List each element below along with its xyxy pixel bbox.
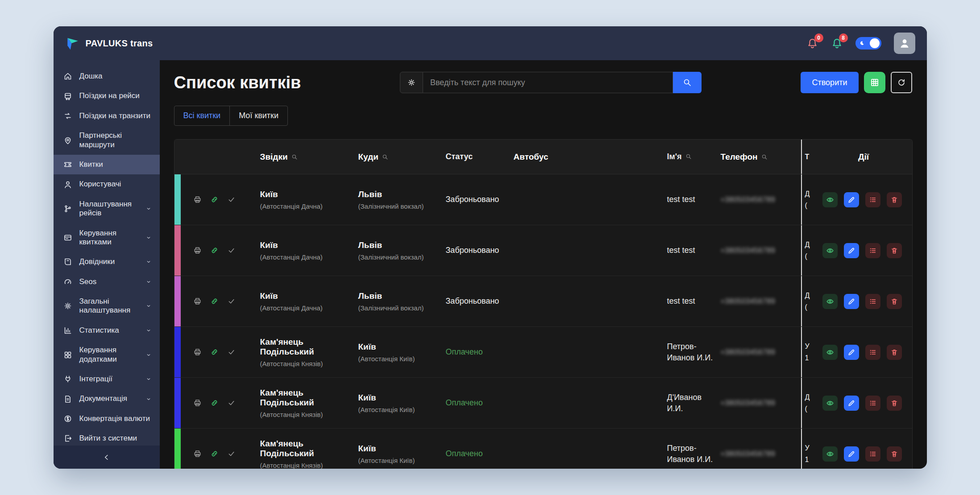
check-icon[interactable] <box>227 246 236 255</box>
column-header-name[interactable]: Ім'я <box>667 151 721 162</box>
close-button[interactable] <box>908 396 913 411</box>
edit-button[interactable] <box>844 294 859 309</box>
receipt-icon <box>869 399 877 407</box>
column-search-icon[interactable] <box>685 153 692 160</box>
check-icon[interactable] <box>227 195 236 204</box>
export-excel-button[interactable] <box>864 72 885 93</box>
search-settings-button[interactable] <box>400 72 423 93</box>
delete-button[interactable] <box>887 192 902 207</box>
edit-button[interactable] <box>844 192 859 207</box>
search-button[interactable] <box>673 72 702 93</box>
tab-all-tickets[interactable]: Всі квитки <box>174 106 230 125</box>
delete-button[interactable] <box>887 294 902 309</box>
sidebar-item-seos[interactable]: Seos <box>54 272 160 292</box>
gear-icon <box>63 301 73 310</box>
view-button[interactable] <box>822 294 838 309</box>
column-search-icon[interactable] <box>291 154 298 160</box>
link-icon[interactable] <box>210 195 219 204</box>
search-input[interactable] <box>423 72 673 93</box>
edit-button[interactable] <box>844 243 859 258</box>
sidebar-item-integrations[interactable]: Інтеграції <box>54 369 160 389</box>
view-button[interactable] <box>822 345 838 360</box>
sidebar-item-tickets[interactable]: Квитки <box>54 155 160 174</box>
receipt-button[interactable] <box>865 345 880 360</box>
check-icon[interactable] <box>227 348 236 356</box>
sidebar-item-general-settings[interactable]: Загальні налаштування <box>54 292 160 321</box>
cell-status: Оплачено <box>446 347 514 357</box>
check-icon[interactable] <box>227 450 236 458</box>
sidebar-item-route-settings[interactable]: Налаштування рейсів <box>54 194 160 223</box>
messages-button[interactable]: 8 <box>831 37 843 50</box>
close-button[interactable] <box>908 294 913 309</box>
column-header-to[interactable]: Куди <box>358 152 446 162</box>
check-icon[interactable] <box>227 297 236 305</box>
sidebar-item-directories[interactable]: Довідники <box>54 252 160 272</box>
sidebar-collapse-button[interactable] <box>54 446 160 469</box>
sidebar-item-statistics[interactable]: Статистика <box>54 321 160 340</box>
refresh-button[interactable] <box>891 72 912 93</box>
column-header-phone[interactable]: Телефон <box>721 152 801 162</box>
print-icon[interactable] <box>193 297 202 305</box>
search-bar <box>400 72 702 93</box>
table-body: Київ (Автостанція Дачна) Львів (Залізнич… <box>174 174 912 469</box>
close-button[interactable] <box>908 446 913 462</box>
view-button[interactable] <box>822 192 838 207</box>
column-search-icon[interactable] <box>761 154 768 160</box>
link-icon[interactable] <box>210 399 219 407</box>
sidebar-item-app-management[interactable]: Керування додатками <box>54 340 160 369</box>
close-button[interactable] <box>908 192 913 207</box>
sidebar-item-documentation[interactable]: Документація <box>54 389 160 408</box>
sidebar: Дошка Поїздки на рейси Поїздки на транзи… <box>54 60 160 469</box>
link-icon[interactable] <box>210 297 219 305</box>
close-button[interactable] <box>908 243 913 258</box>
receipt-button[interactable] <box>865 396 880 411</box>
table-row: Київ (Автостанція Дачна) Львів (Залізнич… <box>174 174 912 225</box>
view-button[interactable] <box>822 446 838 462</box>
cell-phone: +380503456789 <box>721 196 801 204</box>
print-icon[interactable] <box>193 246 202 255</box>
check-icon[interactable] <box>227 399 236 407</box>
sidebar-item-ticket-management[interactable]: Керування квитками <box>54 223 160 252</box>
sidebar-item-logout[interactable]: Вийти з системи <box>54 429 160 446</box>
print-icon[interactable] <box>193 348 202 356</box>
edit-button[interactable] <box>844 396 859 411</box>
print-icon[interactable] <box>193 399 202 407</box>
delete-button[interactable] <box>887 243 902 258</box>
view-button[interactable] <box>822 243 838 258</box>
print-icon[interactable] <box>193 450 202 458</box>
receipt-button[interactable] <box>865 294 880 309</box>
sidebar-item-users[interactable]: Користувачі <box>54 174 160 194</box>
receipt-button[interactable] <box>865 243 880 258</box>
link-icon[interactable] <box>210 348 219 356</box>
sidebar-item-trips-routes[interactable]: Поїздки на рейси <box>54 86 160 106</box>
theme-toggle[interactable] <box>855 37 881 50</box>
sidebar-item-partner-routes[interactable]: Партнерські маршрути <box>54 126 160 155</box>
column-header-from[interactable]: Звідки <box>257 152 358 162</box>
cell-from: Київ (Автостанція Дачна) <box>257 291 358 312</box>
receipt-button[interactable] <box>865 446 880 462</box>
link-icon[interactable] <box>210 246 219 255</box>
delete-button[interactable] <box>887 446 902 462</box>
sidebar-item-currency-conversion[interactable]: Конвертація валюти <box>54 409 160 429</box>
close-button[interactable] <box>908 345 913 360</box>
table-row: Київ (Автостанція Дачна) Львів (Залізнич… <box>174 225 912 276</box>
receipt-button[interactable] <box>865 192 880 207</box>
view-button[interactable] <box>822 396 838 411</box>
create-button[interactable]: Створити <box>801 72 859 93</box>
edit-button[interactable] <box>844 345 859 360</box>
chevron-down-icon <box>145 259 152 265</box>
link-icon[interactable] <box>210 450 219 458</box>
apps-icon <box>63 351 73 359</box>
edit-button[interactable] <box>844 446 859 462</box>
delete-button[interactable] <box>887 345 902 360</box>
notifications-button[interactable]: 0 <box>806 37 818 50</box>
print-icon[interactable] <box>193 195 202 204</box>
delete-button[interactable] <box>887 396 902 411</box>
sidebar-item-dashboard[interactable]: Дошка <box>54 66 160 86</box>
table-row: Кам'янець Подільський (Автостанція Князі… <box>174 378 912 429</box>
sidebar-item-trips-transits[interactable]: Поїздки на транзити <box>54 106 160 126</box>
trash-icon <box>890 348 898 356</box>
column-search-icon[interactable] <box>382 154 388 160</box>
tab-my-tickets[interactable]: Мої квитки <box>230 106 287 125</box>
user-avatar[interactable] <box>894 33 915 54</box>
